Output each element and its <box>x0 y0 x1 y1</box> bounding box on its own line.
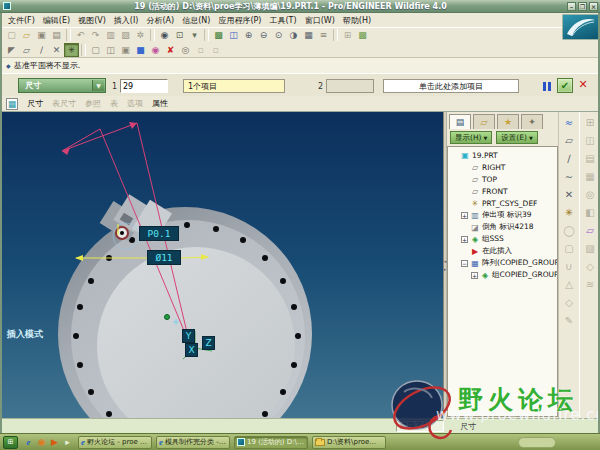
screen-capture-icon[interactable]: ▩ <box>355 28 370 42</box>
pattern-dimension-input[interactable] <box>120 79 168 93</box>
rect-tool-icon[interactable]: ▢ <box>561 241 578 256</box>
model-tree-tab[interactable]: ▤ <box>449 114 471 129</box>
connections-tab[interactable]: ✦ <box>521 114 543 129</box>
model-display-icon[interactable]: ▩ <box>211 28 226 42</box>
window-icon[interactable]: ◫ <box>226 28 241 42</box>
datum-plane-toggle-icon[interactable]: ▱ <box>19 43 34 57</box>
selected-hole[interactable] <box>115 226 129 240</box>
tree-expander[interactable]: + <box>471 272 478 279</box>
tree-expander[interactable]: + <box>461 236 468 243</box>
ie-quicklaunch-icon[interactable]: e <box>22 436 35 449</box>
title-bar[interactable]: 19 (活动的) D:\资料\proe学习\薄填编\19.PRT.1 - Pro… <box>0 0 600 13</box>
taskbar-button[interactable]: D:\资料\proe学习 <box>312 436 386 449</box>
view-manager-icon[interactable]: ▦ <box>301 28 316 42</box>
blend-tool-icon[interactable]: ▦ <box>582 169 599 184</box>
tree-expander[interactable]: + <box>461 212 468 219</box>
datum-curve-tool-icon[interactable]: ∼ <box>561 169 578 184</box>
select-box-icon[interactable]: ⊡ <box>172 28 187 42</box>
pencil-tool-icon[interactable]: ✎ <box>561 313 578 328</box>
taskbar-button-active[interactable]: 19 (活动的) D:\资料\... <box>234 436 308 449</box>
style-tool-icon[interactable]: ≈ <box>561 115 578 130</box>
tree-item[interactable]: ◪倒角 标识4218 <box>448 221 557 233</box>
drag-icon[interactable]: ⊞ <box>340 28 355 42</box>
copy-icon[interactable]: ▥ <box>103 28 118 42</box>
extra-display2-icon[interactable]: ▫ <box>208 43 223 57</box>
minimize-button[interactable]: – <box>567 2 576 11</box>
find-icon[interactable]: ◉ <box>157 28 172 42</box>
datum-off-icon[interactable]: ✘ <box>163 43 178 57</box>
rib-tool-icon[interactable]: ▨ <box>582 241 599 256</box>
reorient-icon[interactable]: ◑ <box>286 28 301 42</box>
pattern-tool-icon[interactable]: ≋ <box>582 277 599 292</box>
new-file-icon[interactable]: ▢ <box>4 28 19 42</box>
select-filter-icon[interactable]: ◤ <box>4 43 19 57</box>
datum-axis-tool-icon[interactable]: ∕ <box>561 151 578 166</box>
zoom-refit-icon[interactable]: ⊙ <box>271 28 286 42</box>
taskbar-button[interactable]: e野火论坛 - proe | Pro... <box>78 436 152 449</box>
pattern-items-summary[interactable]: 1个项目 <box>183 79 285 93</box>
media-player-icon[interactable]: ◉ <box>35 436 48 449</box>
tree-item[interactable]: +◈组COPIED_GROUP <box>448 269 557 281</box>
menu-e[interactable]: 编辑(E) <box>39 14 74 27</box>
open-file-icon[interactable]: ▱ <box>19 28 34 42</box>
quicklaunch-expand-icon[interactable]: ▸ <box>61 436 74 449</box>
revolve-tool-icon[interactable]: ◫ <box>582 133 599 148</box>
menu-t[interactable]: 工具(T) <box>266 14 301 27</box>
draft-tool-icon[interactable]: ◇ <box>582 259 599 274</box>
save-icon[interactable]: ▣ <box>34 28 49 42</box>
datum-axis-toggle-icon[interactable]: ∕ <box>34 43 49 57</box>
zoom-out-icon[interactable]: ⊖ <box>256 28 271 42</box>
tree-item[interactable]: ▶在此插入 <box>448 245 557 257</box>
menu-v[interactable]: 视图(V) <box>74 14 110 27</box>
dashboard-tab-enabled[interactable]: 属性 <box>152 98 168 109</box>
tree-item[interactable]: ✳PRT_CSYS_DEF <box>448 197 557 209</box>
tree-expander[interactable]: − <box>461 260 468 267</box>
folder-browser-tab[interactable]: ▱ <box>473 114 495 129</box>
paste-icon[interactable]: ▧ <box>118 28 133 42</box>
tree-item[interactable]: −▦阵列(COPIED_GROUP) <box>448 257 557 269</box>
menu-p[interactable]: 应用程序(P) <box>214 14 265 27</box>
add-item-field[interactable]: 单击此处添加项目 <box>383 79 519 93</box>
arc-tool-icon[interactable]: ∪ <box>561 259 578 274</box>
zoom-in-icon[interactable]: ⊕ <box>241 28 256 42</box>
diameter-dim-label[interactable]: Ø11 <box>147 250 181 265</box>
tree-item[interactable]: ▱TOP <box>448 173 557 185</box>
graphics-window[interactable]: P0.1 Ø11 Y X Z 插入模式 <box>0 112 444 418</box>
player-icon[interactable]: ▶ <box>48 436 61 449</box>
show-button[interactable]: 显示(H)▼ <box>450 131 492 144</box>
select-dropdown-icon[interactable]: ▾ <box>187 28 202 42</box>
menu-i[interactable]: 插入(I) <box>110 14 143 27</box>
no-hidden-icon[interactable]: ▣ <box>118 43 133 57</box>
layers-icon[interactable]: ≡ <box>316 28 331 42</box>
triangle-tool-icon[interactable]: △ <box>561 277 578 292</box>
cancel-button[interactable]: ✕ <box>577 78 589 93</box>
maximize-button[interactable]: ❐ <box>578 2 587 11</box>
tree-item[interactable]: +▥伸出项 标识39 <box>448 209 557 221</box>
tree-item[interactable]: +◈组SSS <box>448 233 557 245</box>
settings-button[interactable]: 设置(E)▼ <box>496 131 537 144</box>
menu-f[interactable]: 文件(F) <box>4 14 39 27</box>
group-folder-icon[interactable]: ▱ <box>582 223 599 238</box>
undo-icon[interactable]: ↶ <box>73 28 88 42</box>
extrude-tool-icon[interactable]: ⊞ <box>582 115 599 130</box>
menu-n[interactable]: 信息(N) <box>178 14 214 27</box>
regenerate-icon[interactable]: ✲ <box>133 28 148 42</box>
sweep-tool-icon[interactable]: ▤ <box>582 151 599 166</box>
datum-point-tool-icon[interactable]: ✕ <box>561 187 578 202</box>
taskbar-button[interactable]: e模具制作完分类 - 写... <box>156 436 230 449</box>
system-tray[interactable] <box>518 437 556 448</box>
shell-tool-icon[interactable]: ◧ <box>582 205 599 220</box>
sketch-tool-icon[interactable]: ◯ <box>561 223 578 238</box>
tree-item[interactable]: ▱FRONT <box>448 185 557 197</box>
favorites-tab[interactable]: ★ <box>497 114 519 129</box>
menu-w[interactable]: 窗口(W) <box>301 14 339 27</box>
datum-point-toggle-icon[interactable]: ✕ <box>49 43 64 57</box>
visibility-eye-icon[interactable]: ◎ <box>178 43 193 57</box>
appearance-gallery-icon[interactable]: ◉ <box>148 43 163 57</box>
hidden-line-icon[interactable]: ◫ <box>103 43 118 57</box>
redo-icon[interactable]: ↷ <box>88 28 103 42</box>
menu-a[interactable]: 分析(A) <box>142 14 178 27</box>
csys-toggle-icon[interactable]: ✳ <box>64 43 79 57</box>
pattern-type-dropdown[interactable]: 尺寸 ▼ <box>18 78 106 93</box>
menu-h[interactable]: 帮助(H) <box>339 14 375 27</box>
